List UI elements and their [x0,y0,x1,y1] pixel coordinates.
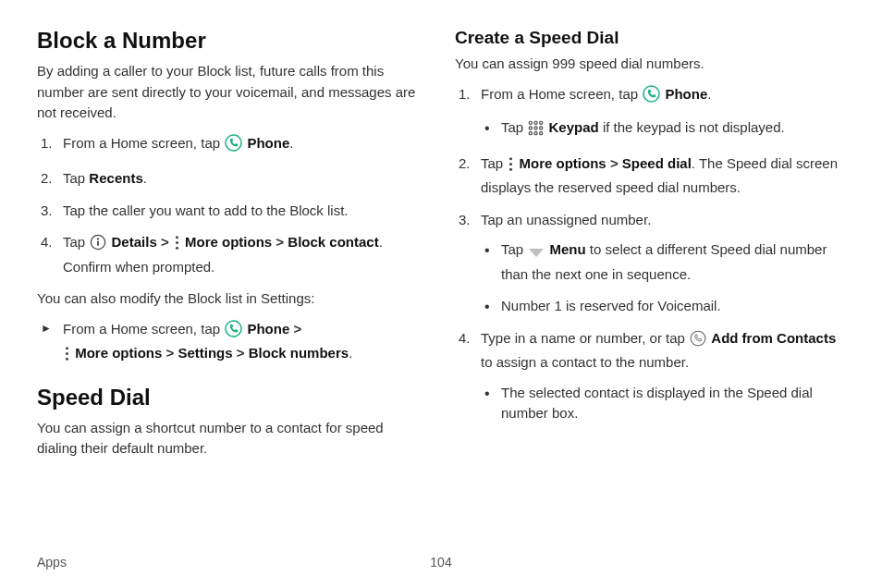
chevron-right-icon: > [610,155,619,171]
svg-point-14 [540,121,543,124]
block-steps: From a Home screen, tap Phone. Tap Recen… [37,133,427,278]
more-options-icon [174,235,180,257]
keypad-icon [528,120,544,142]
svg-point-6 [176,247,178,250]
heading-speed-dial: Speed Dial [37,385,427,410]
page-number: 104 [430,555,451,570]
page-footer: Apps 104 [37,555,845,570]
svg-point-17 [540,127,543,129]
footer-section: Apps [37,555,67,570]
create-speed-dial-steps: From a Home screen, tap Phone. Tap [455,84,845,424]
phone-icon [225,320,242,344]
more-options-label: More options [520,155,606,171]
speed-dial-label: Speed dial [622,155,692,171]
heading-create-speed-dial: Create a Speed Dial [455,28,845,48]
more-options-icon [64,346,70,368]
speed-dial-intro: You can assign a shortcut number to a co… [37,418,427,459]
svg-point-20 [540,132,543,135]
recents-label: Recents [89,170,142,186]
csd-step-4: Type in a name or number, or tap Add fro… [455,328,845,424]
keypad-label: Keypad [549,119,599,135]
svg-point-10 [66,358,68,361]
chevron-right-icon: > [237,345,245,361]
phone-label: Phone [247,321,289,337]
csd-step-1-sub: Tap Keypad if the keypad is not displaye… [481,117,845,142]
settings-label: Settings [178,345,232,361]
svg-point-21 [509,157,512,160]
block-step-3: Tap the caller you want to add to the Bl… [37,201,427,222]
svg-point-11 [643,85,659,101]
svg-point-8 [66,347,68,349]
svg-point-5 [176,241,178,244]
svg-point-19 [534,132,537,135]
chevron-right-icon: > [166,345,175,361]
block-also: You can also modify the Block list in Se… [37,288,427,310]
csd-step-3: Tap an unassigned number. Tap Menu to se… [455,210,845,317]
svg-point-7 [226,320,241,336]
more-options-label: More options [75,345,162,361]
svg-point-15 [530,127,533,129]
csd-step-1: From a Home screen, tap Phone. Tap [455,84,845,142]
svg-rect-3 [97,241,99,246]
phone-icon [643,85,660,109]
chevron-right-icon: > [161,234,169,250]
block-alt-step: From a Home screen, tap Phone > More opt… [37,319,427,368]
csd-step-3-sub1: Tap Menu to select a different Speed dia… [481,239,845,285]
svg-point-22 [509,162,512,165]
right-column: Create a Speed Dial You can assign 999 s… [455,28,845,469]
svg-point-9 [66,352,68,355]
block-contact-label: Block contact [288,234,378,250]
block-intro: By adding a caller to your Block list, f… [37,61,427,124]
svg-point-4 [176,236,178,239]
block-step-2: Tap Recents. [37,168,427,190]
phone-label: Phone [247,135,289,151]
block-step-4: Tap Details > More options > Block conta… [37,232,427,277]
svg-marker-24 [529,249,544,257]
block-step-1: From a Home screen, tap Phone. [37,133,427,158]
menu-dropdown-icon [528,243,545,264]
csd-step-3-sub2: Number 1 is reserved for Voicemail. [481,296,845,317]
csd-step-4-sub: The selected contact is displayed in the… [481,383,845,424]
csd-step-2: Tap More options > Speed dial. The Speed… [455,153,845,199]
left-column: Block a Number By adding a caller to you… [37,28,427,469]
add-from-contacts-label: Add from Contacts [711,330,836,346]
svg-point-2 [97,238,99,239]
svg-point-16 [534,127,537,129]
phone-outline-icon [690,330,706,353]
phone-label: Phone [665,86,707,102]
create-speed-dial-intro: You can assign 999 speed dial numbers. [455,54,845,75]
svg-point-13 [534,121,537,124]
chevron-right-icon: > [293,321,301,337]
phone-icon [225,134,242,158]
details-label: Details [112,234,157,250]
more-options-icon [508,156,514,178]
svg-point-0 [226,134,241,150]
svg-point-18 [530,132,533,135]
svg-point-12 [530,121,533,124]
menu-label: Menu [550,241,586,257]
chevron-right-icon: > [276,234,284,250]
more-options-label: More options [185,234,272,250]
info-icon [90,234,106,257]
svg-point-23 [509,167,512,170]
heading-block-number: Block a Number [37,28,427,54]
block-numbers-label: Block numbers [249,345,349,361]
